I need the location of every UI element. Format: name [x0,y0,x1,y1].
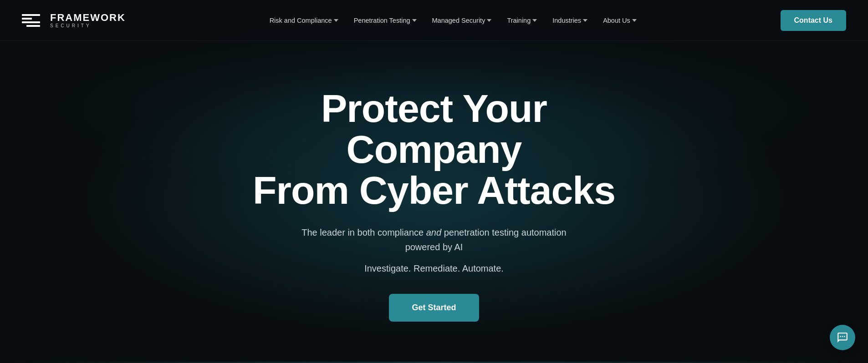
hero-tagline: Investigate. Remediate. Automate. [364,263,504,274]
chevron-down-icon [632,19,637,22]
get-started-button[interactable]: Get Started [389,294,479,322]
brand-sub: SECURITY [50,23,126,28]
nav-item-pentest[interactable]: Penetration Testing [347,12,423,29]
nav-item-managed[interactable]: Managed Security [426,12,498,29]
nav-item-about[interactable]: About Us [597,12,643,29]
contact-us-button[interactable]: Contact Us [781,10,846,31]
hero-subtitle: The leader in both compliance and penetr… [293,225,575,254]
svg-point-2 [844,336,845,338]
svg-point-0 [840,336,841,338]
nav-item-industries[interactable]: Industries [546,12,594,29]
chevron-down-icon [532,19,537,22]
hero-section: Protect Your Company From Cyber Attacks … [0,41,868,359]
logo[interactable]: FRAMEWORK SECURITY [22,12,126,29]
site-header: FRAMEWORK SECURITY Risk and Compliance P… [0,0,868,41]
chat-bubble-button[interactable] [830,325,855,350]
chevron-down-icon [487,19,491,22]
nav-item-risk[interactable]: Risk and Compliance [263,12,345,29]
logo-icon [22,12,44,29]
main-nav: Risk and Compliance Penetration Testing … [263,12,643,29]
chevron-down-icon [412,19,417,22]
svg-point-1 [842,336,843,338]
nav-item-training[interactable]: Training [500,12,543,29]
chevron-down-icon [583,19,587,22]
brand-name: FRAMEWORK [50,12,126,23]
hero-title: Protect Your Company From Cyber Attacks [229,88,639,211]
chat-icon [837,332,848,343]
logo-text: FRAMEWORK SECURITY [50,12,126,28]
chevron-down-icon [334,19,338,22]
